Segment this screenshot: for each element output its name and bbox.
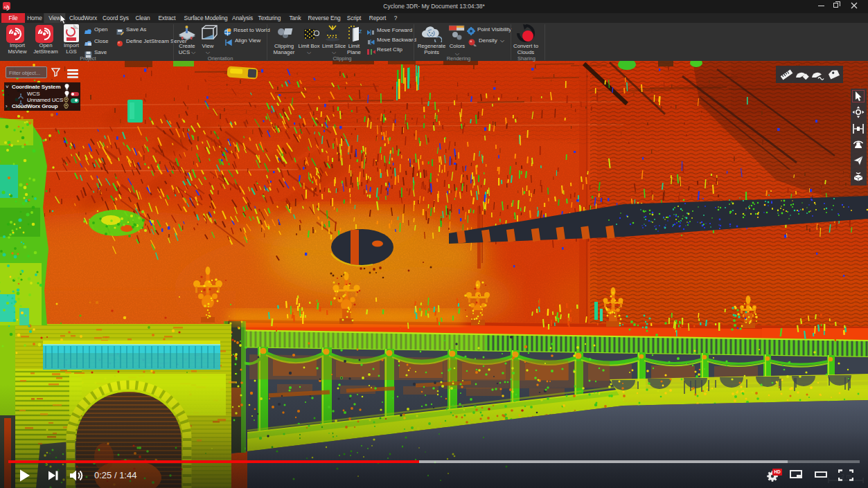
- svg-text:z: z: [359, 28, 362, 35]
